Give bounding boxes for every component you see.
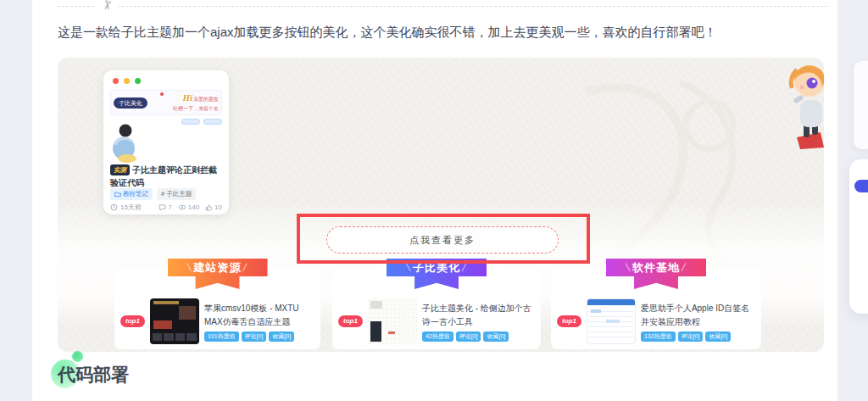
eye-icon — [178, 203, 186, 211]
heading-dot-decoration — [72, 351, 83, 362]
category-tag: 教程笔记 — [110, 188, 153, 200]
post-tags: 教程笔记 # 子比主题 — [110, 188, 196, 200]
favorites-badge: 收藏[0] — [483, 331, 509, 342]
banner-mini-buttons — [181, 119, 222, 125]
post-meta: 15天前 7 140 10 — [110, 203, 222, 212]
ribbon-banner: ╲建站资源╱ — [168, 259, 268, 289]
comment-stat: 7 — [159, 203, 171, 211]
comment-banner: 子比美化 Hi 亲爱的朋友 吐槽一下，来留个名 — [110, 90, 222, 115]
item-stat-badges: 42热度值 评论[0] 收藏[0] — [422, 331, 537, 342]
heat-badge: 42热度值 — [422, 331, 453, 342]
cut-divider: ✂ — [58, 6, 827, 7]
banner-dot-icon — [160, 92, 164, 96]
ranked-item: top1 爱思助手个人Apple ID自签名并安装应用教程 132热度值 评论[… — [557, 298, 757, 344]
item-thumbnail — [150, 298, 199, 344]
item-stat-badges: 191热度值 评论[0] 收藏[0] — [204, 331, 316, 342]
window-minimize-icon — [124, 78, 130, 84]
likes-stat: 10 — [205, 203, 222, 211]
annotation-highlight-box — [297, 214, 590, 264]
post-title-badge: 实测 — [110, 164, 130, 175]
item-thumbnail — [587, 298, 636, 344]
comment-icon — [159, 203, 166, 211]
topic-tag: # 子比主题 — [157, 188, 196, 200]
ribbon-banner: ╲软件基地╱ — [606, 259, 706, 289]
mini-button — [203, 119, 222, 125]
item-stat-badges: 132热度值 评论[0] 收藏[0] — [641, 331, 757, 342]
comments-badge: 评论[0] — [242, 331, 267, 342]
item-title: 爱思助手个人Apple ID自签名并安装应用教程 — [641, 302, 757, 329]
ribbon-label: 建站资源 — [194, 261, 242, 274]
floating-widget-top[interactable] — [854, 61, 868, 149]
views-stat: 140 — [178, 203, 199, 211]
window-traffic-lights — [113, 78, 141, 84]
sample-post-card: 子比美化 Hi 亲爱的朋友 吐槽一下，来留个名 实测子比主 — [103, 70, 229, 214]
section-heading: 代码部署 — [58, 363, 129, 387]
window-maximize-icon — [135, 78, 141, 84]
rank-column-site-resources: ╲建站资源╱ top1 苹果cmsv10模板 - MXTU MAX仿毒舌自适应主… — [114, 268, 320, 349]
article-body: ✂ 这是一款给子比主题加一个ajax加载更多按钮的美化，这个美化确实很不错，加上… — [32, 0, 837, 401]
rank-badge: top1 — [338, 315, 363, 327]
favorites-badge: 收藏[0] — [705, 331, 731, 342]
item-thumbnail — [368, 298, 417, 344]
ribbon-label: 软件基地 — [632, 261, 680, 274]
ranked-item: top1 子比主题美化 - 给侧边加个古诗一言小工具 42热度值 评论[0] 收… — [338, 298, 537, 344]
page: ✂ 这是一款给子比主题加一个ajax加载更多按钮的美化，这个美化确实很不错，加上… — [0, 0, 868, 401]
clock-icon — [110, 203, 118, 211]
rank-column-software-base: ╲软件基地╱ top1 爱思助手个人Apple ID自签名并安装应用教程 132… — [551, 268, 761, 349]
preview-image[interactable]: 子比美化 Hi 亲爱的朋友 吐槽一下，来留个名 实测子比主 — [58, 58, 824, 352]
item-title: 子比主题美化 - 给侧边加个古诗一言小工具 — [422, 302, 537, 329]
item-title: 苹果cmsv10模板 - MXTU MAX仿毒舌自适应主题 — [204, 302, 316, 329]
ranked-item: top1 苹果cmsv10模板 - MXTU MAX仿毒舌自适应主题 191热度… — [120, 298, 316, 344]
post-time: 15天前 — [120, 203, 142, 212]
widget-blue-badge[interactable] — [854, 180, 868, 192]
banner-greeting-sub: 亲爱的朋友 — [193, 96, 219, 103]
post-title: 实测子比主题评论正则拦截验证代码 — [110, 164, 224, 189]
site-badge: 子比美化 — [114, 97, 147, 109]
folder-icon — [114, 191, 121, 198]
thumbs-up-icon — [205, 203, 213, 211]
heat-badge: 132热度值 — [641, 331, 676, 342]
scissors-icon: ✂ — [97, 0, 118, 13]
mini-button — [181, 119, 200, 125]
floating-widget-bottom[interactable] — [849, 159, 868, 314]
rank-badge: top1 — [557, 315, 581, 327]
rank-column-zibi-beautify: ╲子比美化╱ top1 子比主题美化 - 给侧边加个古诗一言小工具 42热度值 … — [332, 268, 541, 349]
anime-mascot-illustration — [782, 59, 824, 151]
sitting-person-illustration — [108, 123, 144, 164]
favorites-badge: 收藏[0] — [269, 331, 294, 342]
banner-greeting: Hi — [182, 92, 192, 103]
window-close-icon — [113, 78, 119, 84]
heat-badge: 191热度值 — [204, 331, 239, 342]
banner-greeting-line2: 吐槽一下，来留个名 — [173, 105, 219, 113]
rank-badge: top1 — [120, 315, 145, 327]
comments-badge: 评论[0] — [678, 331, 704, 342]
comments-badge: 评论[0] — [456, 331, 481, 342]
intro-paragraph: 这是一款给子比主题加一个ajax加载更多按钮的美化，这个美化确实很不错，加上去更… — [58, 22, 826, 42]
